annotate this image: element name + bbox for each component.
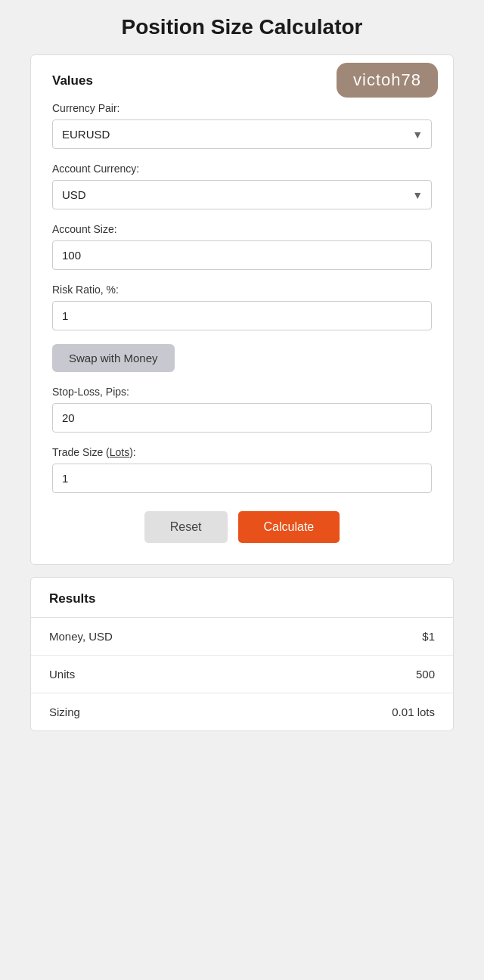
result-row-units: Units 500	[31, 656, 453, 693]
risk-ratio-input[interactable]	[52, 301, 432, 330]
result-value-sizing: 0.01 lots	[392, 706, 435, 718]
account-size-label: Account Size:	[52, 223, 432, 235]
stop-loss-input[interactable]	[52, 403, 432, 433]
account-size-input[interactable]	[52, 240, 432, 270]
result-label-money: Money, USD	[49, 630, 113, 643]
currency-pair-select-wrapper: EURUSD GBPUSD USDJPY USDCHF AUDUSD ▼	[52, 119, 432, 149]
results-card: Results Money, USD $1 Units 500 Sizing 0…	[30, 577, 454, 731]
result-value-money: $1	[422, 630, 435, 643]
result-row-money: Money, USD $1	[31, 618, 453, 656]
swap-with-money-button[interactable]: Swap with Money	[52, 344, 175, 372]
risk-ratio-label: Risk Ratio, %:	[52, 284, 432, 296]
page-title: Position Size Calculator	[0, 15, 484, 39]
result-value-units: 500	[416, 668, 435, 681]
result-label-units: Units	[49, 668, 75, 681]
watermark: victoh78	[337, 63, 438, 98]
account-size-field: Account Size:	[52, 223, 432, 270]
stop-loss-label: Stop-Loss, Pips:	[52, 386, 432, 398]
values-card: Values victoh78 Currency Pair: EURUSD GB…	[30, 54, 454, 565]
currency-pair-label: Currency Pair:	[52, 102, 432, 114]
account-currency-select[interactable]: USD EUR GBP JPY CHF	[52, 180, 432, 209]
calculate-button[interactable]: Calculate	[238, 511, 340, 543]
account-currency-label: Account Currency:	[52, 163, 432, 175]
result-row-sizing: Sizing 0.01 lots	[31, 693, 453, 730]
trade-size-field: Trade Size (Lots):	[52, 446, 432, 493]
reset-button[interactable]: Reset	[144, 511, 228, 543]
stop-loss-field: Stop-Loss, Pips:	[52, 386, 432, 433]
trade-size-label: Trade Size (Lots):	[52, 446, 432, 458]
currency-pair-field: Currency Pair: EURUSD GBPUSD USDJPY USDC…	[52, 102, 432, 149]
currency-pair-select[interactable]: EURUSD GBPUSD USDJPY USDCHF AUDUSD	[52, 119, 432, 149]
risk-ratio-field: Risk Ratio, %:	[52, 284, 432, 330]
results-section-label: Results	[31, 578, 453, 618]
trade-size-input[interactable]	[52, 464, 432, 493]
result-label-sizing: Sizing	[49, 706, 80, 718]
account-currency-select-wrapper: USD EUR GBP JPY CHF ▼	[52, 180, 432, 209]
account-currency-field: Account Currency: USD EUR GBP JPY CHF ▼	[52, 163, 432, 209]
trade-size-lots-underline: Lots	[110, 446, 129, 458]
action-row: Reset Calculate	[52, 511, 432, 543]
